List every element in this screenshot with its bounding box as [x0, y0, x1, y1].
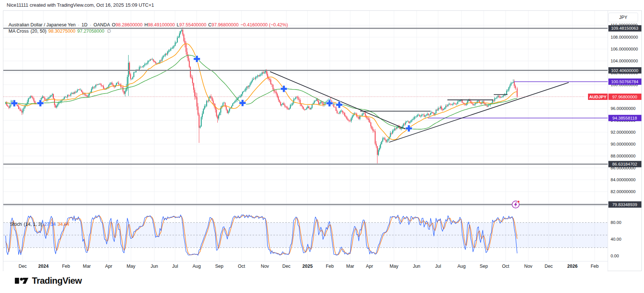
ma-cross-marker [37, 100, 44, 107]
price-axis-label: 92.00000000 [611, 130, 635, 134]
time-axis-label: Oct [238, 264, 245, 269]
ma-cross-marker [239, 100, 246, 106]
page: Nice11111 created with TradingView.com, … [0, 0, 644, 293]
trendlines[interactable] [270, 72, 569, 142]
price-overlay-label: 109.48150063 [611, 26, 638, 30]
time-axis-label: Jun [151, 264, 158, 269]
change-value: −0.41600000 (−0.42%) [240, 22, 288, 27]
price-axis-label: 82.00000000 [611, 189, 635, 194]
symbol-exchange[interactable]: OANDA [93, 22, 110, 27]
price-overlay-label: 86.63184702 [612, 162, 637, 166]
price-axis-label: 84.00000000 [611, 178, 635, 182]
time-axis-label: Aug [457, 264, 466, 269]
time-axis-label: 2024 [38, 264, 49, 269]
time-axis-label: Dec [545, 264, 553, 269]
symbol-timeframe[interactable]: 1D [82, 22, 88, 27]
time-axis-label: Apr [366, 264, 373, 269]
time-axis-label: Jun [413, 264, 420, 269]
price-overlay-label: 97.96800000 [612, 95, 637, 99]
time-axis-label: Mar [83, 264, 91, 269]
price-overlay-label: 94.38558118 [612, 116, 637, 120]
ohlc-high: H98.49100000 [144, 22, 175, 27]
time-axis-label: Feb [591, 264, 599, 269]
time-axis-label: Nov [524, 264, 532, 269]
ma-cross-marker [280, 85, 287, 92]
symbol-price-tag: AUDJPY [589, 95, 607, 99]
time-axis-label: Sep [480, 264, 488, 269]
chart-canvas[interactable]: 110.00000000108.00000000106.00000000104.… [3, 11, 642, 261]
time-axis-label: Feb [326, 264, 334, 269]
stoch-band [3, 222, 608, 248]
price-axis[interactable]: 110.00000000108.00000000106.00000000104.… [608, 11, 638, 261]
time-axis-label: Feb [62, 264, 70, 269]
stoch-d-value: 34.64 [58, 222, 69, 227]
time-axis-label: Dec [282, 264, 290, 269]
stoch-legend[interactable]: Stoch (14, 1, 3) 27.14 34.64 [10, 222, 69, 227]
price-overlay-label: 100.50766784 [611, 79, 638, 84]
time-axis-label: 2026 [567, 264, 578, 269]
ma50-value: 97.27058000 [77, 29, 104, 34]
ma-cross-marker [336, 101, 343, 108]
time-axis-label: Oct [502, 264, 509, 269]
price-axis-label: 108.00000000 [611, 35, 638, 39]
stoch-axis-label: 80.00 [611, 220, 621, 225]
ohlc-open: O98.28600000 [112, 22, 142, 27]
time-axis-label: Jul [172, 264, 178, 269]
indicator-name[interactable]: MA Cross [9, 29, 29, 34]
horizontal-level-lines[interactable] [3, 28, 608, 204]
symbol-title[interactable]: Australian Dollar / Japanese Yen [9, 22, 76, 27]
price-axis-label: 106.00000000 [611, 47, 638, 51]
price-axis-label: 96.00000000 [611, 106, 635, 111]
alert-lightning-icon[interactable] [512, 201, 520, 208]
tradingview-logo-text: TradingView [32, 276, 82, 286]
alert-notification-dot [517, 201, 519, 203]
attribution-text: Nice11111 created with TradingView.com, … [7, 2, 154, 8]
indicator-params: (20, 50) [30, 29, 46, 34]
time-axis-label: Jul [435, 264, 441, 269]
time-axis-label: Sep [215, 264, 223, 269]
ohlc-close: C97.96800000 [208, 22, 239, 27]
time-axis-label: Aug [193, 264, 201, 269]
tradingview-logo[interactable]: TradingView [15, 275, 82, 286]
time-axis-label: Mar [346, 264, 354, 269]
price-axis-label: 90.00000000 [611, 142, 635, 146]
time-axis[interactable]: Dec2024FebMarAprMayJunJulAugSepOctNovDec… [3, 261, 608, 271]
candlesticks [6, 27, 517, 163]
ohlc-low: L97.55400000 [177, 22, 206, 27]
time-axis-label: Apr [105, 264, 112, 269]
price-overlay-label: 102.40600000 [611, 68, 638, 73]
currency-button[interactable]: JPY [608, 13, 638, 22]
chart-frame: 110.00000000108.00000000106.00000000104.… [3, 10, 642, 271]
time-axis-label: 2025 [302, 264, 313, 269]
time-axis-label: Dec [19, 264, 27, 269]
ma-cross-legend[interactable]: MA Cross (20, 50) 98.30275000 97.2705800… [9, 28, 111, 34]
stoch-params: (14, 1, 3) [24, 222, 42, 227]
price-overlay-label: 79.83348939 [612, 202, 637, 207]
time-axis-label: Nov [261, 264, 269, 269]
indicator-more-icon[interactable]: ∅ [107, 28, 111, 34]
time-axis-label: May [126, 264, 135, 269]
time-axis-label: May [390, 264, 398, 269]
stoch-axis-label: 0.00 [611, 254, 619, 258]
stoch-axis-label: 40.00 [611, 237, 621, 241]
stoch-name[interactable]: Stoch [10, 222, 22, 227]
stoch-k-value: 27.14 [44, 222, 56, 227]
tradingview-logo-mark [15, 275, 29, 286]
price-axis-label: 104.00000000 [611, 59, 638, 63]
price-axis-label: 88.00000000 [611, 154, 635, 158]
ma20-value: 98.30275000 [48, 29, 75, 34]
symbol-legend[interactable]: Australian Dollar / Japanese Yen · 1D · … [9, 22, 288, 27]
